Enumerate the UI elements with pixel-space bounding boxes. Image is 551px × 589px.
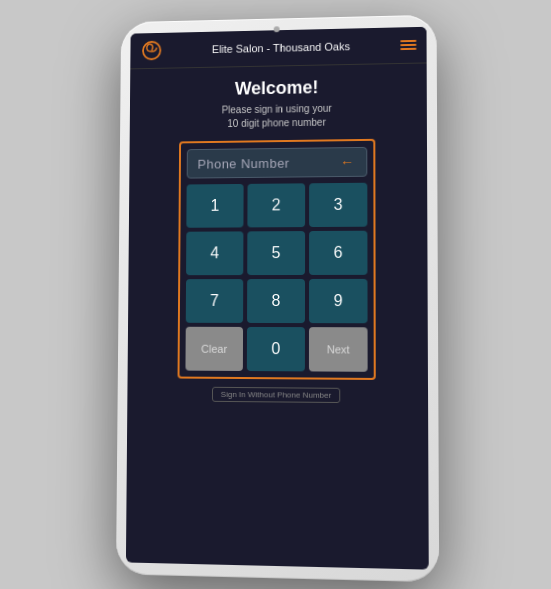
key-5-button[interactable]: 5: [247, 231, 305, 275]
phone-input-row: Phone Number ←: [186, 146, 367, 178]
keypad-wrapper: Phone Number ← 1 2 3 4 5 6 7 8 9 Clear 0…: [177, 138, 375, 379]
key-4-button[interactable]: 4: [186, 231, 243, 275]
key-8-button[interactable]: 8: [247, 278, 305, 322]
key-0-button[interactable]: 0: [246, 326, 304, 370]
next-button[interactable]: Next: [308, 327, 367, 372]
app-header: Elite Salon - Thousand Oaks: [130, 26, 426, 69]
sign-in-without-phone-link[interactable]: Sign In Without Phone Number: [211, 386, 340, 402]
welcome-title: Welcome!: [234, 77, 318, 99]
key-6-button[interactable]: 6: [309, 230, 367, 274]
keypad-grid: 1 2 3 4 5 6 7 8 9 Clear 0 Next: [185, 182, 367, 371]
key-1-button[interactable]: 1: [186, 183, 243, 227]
header-title: Elite Salon - Thousand Oaks: [163, 39, 400, 56]
menu-line-2: [400, 43, 416, 45]
key-7-button[interactable]: 7: [185, 279, 242, 323]
backspace-button[interactable]: ←: [338, 153, 356, 169]
menu-button[interactable]: [400, 39, 416, 49]
screen: Elite Salon - Thousand Oaks Welcome! Ple…: [125, 26, 428, 569]
key-2-button[interactable]: 2: [247, 183, 305, 227]
key-9-button[interactable]: 9: [308, 278, 367, 322]
key-3-button[interactable]: 3: [309, 182, 367, 226]
main-content: Welcome! Please sign in using your 10 di…: [125, 63, 428, 569]
app-logo-icon: [139, 38, 162, 62]
menu-line-1: [400, 39, 416, 41]
clear-button[interactable]: Clear: [185, 326, 243, 370]
tablet-shell: Elite Salon - Thousand Oaks Welcome! Ple…: [115, 14, 438, 582]
welcome-subtitle: Please sign in using your 10 digit phone…: [221, 101, 331, 130]
phone-number-display: Phone Number: [197, 154, 338, 170]
menu-line-3: [400, 47, 416, 49]
